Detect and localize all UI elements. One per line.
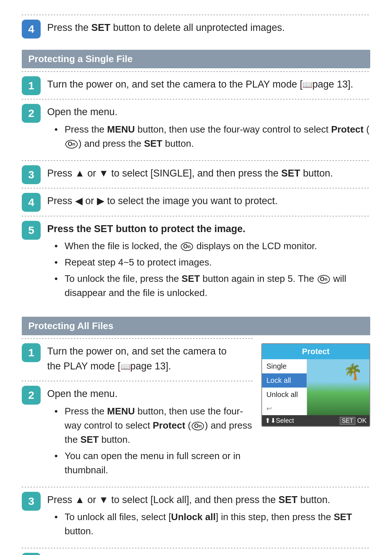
camera-menu-unlockall[interactable]: Unlock all — [262, 388, 307, 402]
section1-step4-row: 4 Press ◀ or ▶ to select the image you w… — [22, 188, 370, 214]
section2-step4-content: Press the SET button to protect all imag… — [47, 548, 370, 555]
top-step4-row: 4 Press the SET button to delete all unp… — [22, 15, 370, 41]
bullet-item: Press the MENU button, then use the four… — [54, 122, 370, 151]
section1-header: Protecting a Single File — [22, 50, 370, 68]
section1-step1-text: Turn the power on, and set the camera to… — [47, 79, 353, 90]
section2-step1-wrapper: 1 Turn the power on, and set the camera … — [22, 338, 370, 487]
step-badge-1: 1 — [22, 76, 41, 95]
camera-ui-header: Protect — [262, 344, 369, 359]
section2-step2-content: Open the menu. Press the MENU button, th… — [47, 381, 254, 485]
section2-step3-text: Press ▲ or ▼ to select [Lock all], and t… — [47, 493, 370, 507]
top-step4-text: Press the SET button to delete all unpro… — [47, 22, 285, 33]
camera-ui-menu: Single Lock all Unlock all ↩ — [262, 359, 307, 415]
section2-steps-col: 1 Turn the power on, and set the camera … — [22, 338, 254, 487]
on-icon-4: On — [192, 422, 204, 430]
s2-step-badge-4: 4 — [22, 553, 41, 555]
camera-ui-title: Protect — [302, 347, 330, 356]
section2-step3-content: Press ▲ or ▼ to select [Lock all], and t… — [47, 487, 370, 547]
on-icon-2: On — [181, 242, 193, 251]
section1-step3-row: 3 Press ▲ or ▼ to select [SINGLE], and t… — [22, 160, 370, 187]
bullet-item: Repeat step 4~5 to protect images. — [54, 255, 370, 270]
step-badge-2: 2 — [22, 104, 41, 123]
section2-step1-row: 1 Turn the power on, and set the camera … — [22, 338, 254, 379]
bullet-item: Press the MENU button, then use the four… — [54, 404, 254, 447]
section2-header: Protecting All Files — [22, 317, 370, 335]
step-badge-4-top: 4 — [22, 20, 41, 39]
footer-select-label: Select — [276, 417, 294, 425]
bullet-item: To unlock all files, select [Unlock all]… — [54, 510, 370, 538]
camera-ui-image: 🌴 — [307, 359, 369, 415]
book-icon: 📖 — [302, 79, 312, 91]
footer-arrows: ⬆⬇ — [265, 417, 276, 425]
section1-step5-content: Press the SET button to protect the imag… — [47, 216, 370, 308]
section1-step5-main: Press the SET button to protect the imag… — [47, 222, 370, 236]
section1-step4-content: Press ◀ or ▶ to select the image you wan… — [47, 188, 370, 214]
bullet-item: You can open the menu in full screen or … — [54, 449, 254, 477]
palm-icon: 🌴 — [343, 363, 362, 381]
footer-set-ok: SET OK — [340, 417, 367, 425]
section2-step2-row: 2 Open the menu. Press the MENU button, … — [22, 381, 254, 485]
section2-step2-bullets: Press the MENU button, then use the four… — [47, 404, 254, 477]
section1-step1-row: 1 Turn the power on, and set the camera … — [22, 71, 370, 98]
step-badge-3: 3 — [22, 165, 41, 184]
section1-step1-content: Turn the power on, and set the camera to… — [47, 71, 370, 98]
camera-ui: Protect Single Lock all Unlock all ↩ 🌴 ⬆… — [261, 343, 370, 427]
on-icon: On — [65, 140, 78, 149]
step-badge-4: 4 — [22, 193, 41, 212]
section1-step3-content: Press ▲ or ▼ to select [SINGLE], and the… — [47, 160, 370, 187]
section2-step1-text: Turn the power on, and set the camera to… — [47, 346, 226, 372]
section1-step2-bullets: Press the MENU button, then use the four… — [47, 122, 370, 151]
s2-step-badge-3: 3 — [22, 492, 41, 511]
s2-step-badge-2: 2 — [22, 386, 41, 405]
section1-step2-row: 2 Open the menu. Press the MENU button, … — [22, 99, 370, 159]
on-icon-3: On — [318, 275, 330, 284]
section1-step2-content: Open the menu. Press the MENU button, th… — [47, 99, 370, 159]
section2-step4-row: 4 Press the SET button to protect all im… — [22, 548, 370, 555]
camera-ui-footer: ⬆⬇ Select SET OK — [262, 415, 369, 426]
section1-step2-main: Open the menu. — [47, 105, 370, 119]
section1-title: Protecting a Single File — [28, 53, 133, 64]
section2-step2-main: Open the menu. — [47, 386, 254, 401]
section2-step3-row: 3 Press ▲ or ▼ to select [Lock all], and… — [22, 487, 370, 547]
footer-ok-label: OK — [357, 417, 367, 424]
bullet-item: To unlock the file, press the SET button… — [54, 272, 370, 300]
section2-step3-bullets: To unlock all files, select [Unlock all]… — [47, 510, 370, 538]
step-badge-5: 5 — [22, 221, 41, 240]
s2-step-badge-1: 1 — [22, 343, 41, 362]
section1-step3-text: Press ▲ or ▼ to select [SINGLE], and the… — [47, 168, 333, 179]
camera-menu-lockall[interactable]: Lock all — [262, 373, 307, 388]
camera-menu-single[interactable]: Single — [262, 359, 307, 373]
camera-menu-back[interactable]: ↩ — [262, 402, 307, 416]
section1-step5-bullets: When the file is locked, the On displays… — [47, 239, 370, 300]
section1-step4-text: Press ◀ or ▶ to select the image you wan… — [47, 195, 278, 206]
section1-step5-row: 5 Press the SET button to protect the im… — [22, 216, 370, 308]
footer-set-badge: SET — [340, 417, 355, 425]
book-icon-2: 📖 — [121, 361, 130, 373]
bullet-item: When the file is locked, the On displays… — [54, 239, 370, 253]
section2-title: Protecting All Files — [28, 320, 114, 331]
section2-step1-content: Turn the power on, and set the camera to… — [47, 338, 254, 379]
top-step4-content: Press the SET button to delete all unpro… — [47, 15, 370, 41]
